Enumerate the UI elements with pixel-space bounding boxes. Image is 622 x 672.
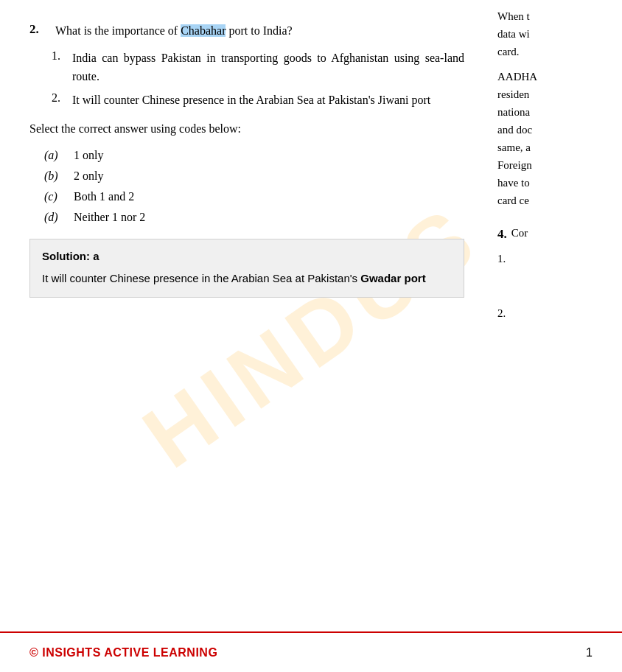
answer-item-c: (c) Both 1 and 2 xyxy=(44,190,464,203)
right-column: When t data wi card. AADHA residen natio… xyxy=(486,0,622,628)
answer-text-c: Both 1 and 2 xyxy=(74,190,134,203)
question-2-number: 2. xyxy=(29,22,52,37)
solution-bold-word: Gwadar port xyxy=(360,272,425,284)
right-sub-items: 1. 2. xyxy=(497,250,615,322)
right-sub-2-num: 2. xyxy=(497,304,515,322)
right-sub-item-1: 1. xyxy=(497,250,615,267)
solution-box: Solution: a It will counter Chinese pres… xyxy=(29,239,464,298)
right-aadha-line7: have to xyxy=(497,174,615,192)
question-2-options: 1. India can bypass Pakistan in transpor… xyxy=(52,49,464,110)
right-aadha-line5: same, a xyxy=(497,139,615,156)
page-container: HINDUS 2. What is the importance of Chab… xyxy=(0,0,622,672)
right-aadha-line2: residen xyxy=(497,85,615,103)
right-aadha-line8: card ce xyxy=(497,192,615,209)
right-aadha-text: AADHA residen nationa and doc same, a Fo… xyxy=(497,68,615,209)
right-q4-block: 4. Cor xyxy=(497,224,615,244)
right-sub-item-2: 2. xyxy=(497,304,615,322)
answer-text-d: Neither 1 nor 2 xyxy=(74,211,145,224)
right-top-line2: data wi xyxy=(497,25,615,43)
right-q4-partial-text: Cor xyxy=(511,224,528,242)
option-1-text: India can bypass Pakistan in transportin… xyxy=(72,49,464,86)
option-2-num: 2. xyxy=(52,91,72,105)
answer-label-d: (d) xyxy=(44,211,74,224)
question-2-header: 2. What is the importance of Chabahar po… xyxy=(29,22,464,41)
right-sub-1-num: 1. xyxy=(497,250,515,267)
right-q4-number: 4. xyxy=(497,224,507,244)
question-2-block: 2. What is the importance of Chabahar po… xyxy=(29,22,464,298)
footer-page-number: 1 xyxy=(586,646,593,659)
option-item-1: 1. India can bypass Pakistan in transpor… xyxy=(52,49,464,86)
right-aadha-line4: and doc xyxy=(497,121,615,139)
question-2-highlight: Chabahar xyxy=(181,24,226,37)
answer-label-c: (c) xyxy=(44,190,74,203)
main-content: 2. What is the importance of Chabahar po… xyxy=(0,0,622,628)
answer-label-b: (b) xyxy=(44,169,74,183)
footer-brand: © INSIGHTS ACTIVE LEARNING xyxy=(29,646,217,659)
left-column: 2. What is the importance of Chabahar po… xyxy=(0,0,486,628)
right-top-text: When t data wi card. xyxy=(497,7,615,60)
right-top-line3: card. xyxy=(497,43,615,60)
right-partial-content: When t data wi card. AADHA residen natio… xyxy=(497,7,615,322)
answer-item-b: (b) 2 only xyxy=(44,169,464,183)
option-item-2: 2. It will counter Chinese presence in t… xyxy=(52,91,464,110)
solution-title: Solution: a xyxy=(42,250,452,262)
solution-text-before: It will counter Chinese presence in the … xyxy=(42,272,360,284)
answer-label-a: (a) xyxy=(44,149,74,162)
right-aadha-line1: AADHA xyxy=(497,68,615,85)
right-aadha-line3: nationa xyxy=(497,103,615,121)
question-2-text: What is the importance of Chabahar port … xyxy=(55,22,293,41)
option-1-num: 1. xyxy=(52,49,72,63)
answer-item-a: (a) 1 only xyxy=(44,149,464,162)
footer: © INSIGHTS ACTIVE LEARNING 1 xyxy=(0,631,622,672)
answer-choices: (a) 1 only (b) 2 only (c) Both 1 and 2 (… xyxy=(44,149,464,224)
answer-text-a: 1 only xyxy=(74,149,103,162)
answer-item-d: (d) Neither 1 nor 2 xyxy=(44,211,464,224)
question-2-text-before: What is the importance of xyxy=(55,24,181,37)
option-2-text: It will counter Chinese presence in the … xyxy=(72,91,430,110)
right-aadha-line6: Foreign xyxy=(497,156,615,174)
select-line: Select the correct answer using codes be… xyxy=(29,120,464,139)
solution-text: It will counter Chinese presence in the … xyxy=(42,270,452,287)
question-2-text-after: port to India? xyxy=(226,24,292,37)
right-top-line1: When t xyxy=(497,7,615,25)
answer-text-b: 2 only xyxy=(74,169,103,183)
